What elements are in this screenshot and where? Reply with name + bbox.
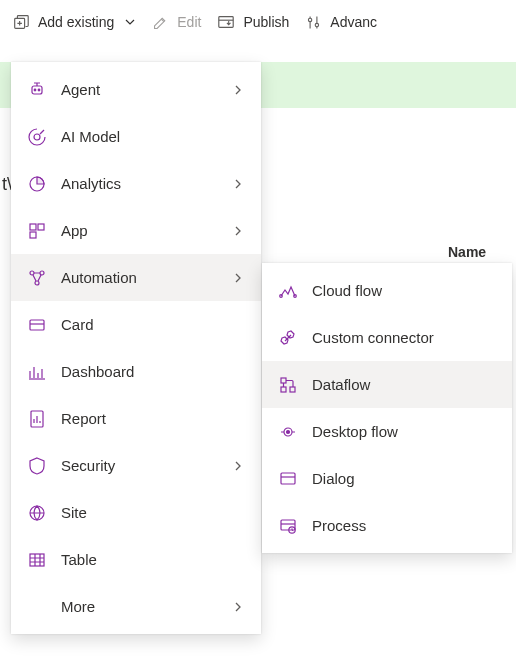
menu-item-table[interactable]: Table xyxy=(11,536,261,583)
submenu-item-cloud-flow[interactable]: Cloud flow xyxy=(262,267,512,314)
add-existing-menu: Agent AI Model Analytics App xyxy=(11,62,261,634)
chevron-right-icon xyxy=(233,461,247,471)
menu-item-label: More xyxy=(61,598,219,615)
menu-item-agent[interactable]: Agent xyxy=(11,66,261,113)
edit-label: Edit xyxy=(177,14,201,30)
dataflow-icon xyxy=(278,375,298,395)
menu-item-label: Agent xyxy=(61,81,219,98)
menu-item-card[interactable]: Card xyxy=(11,301,261,348)
add-existing-label: Add existing xyxy=(38,14,114,30)
submenu-item-label: Dialog xyxy=(312,470,498,487)
dashboard-icon xyxy=(27,362,47,382)
menu-item-label: Card xyxy=(61,316,247,333)
menu-item-label: Report xyxy=(61,410,247,427)
chevron-down-icon xyxy=(124,16,136,28)
menu-item-report[interactable]: Report xyxy=(11,395,261,442)
table-icon xyxy=(27,550,47,570)
svg-rect-23 xyxy=(281,387,286,392)
submenu-item-label: Cloud flow xyxy=(312,282,498,299)
desktop-flow-icon xyxy=(278,422,298,442)
sliders-icon xyxy=(305,14,322,31)
svg-rect-4 xyxy=(32,86,42,94)
submenu-item-dataflow[interactable]: Dataflow xyxy=(262,361,512,408)
svg-point-13 xyxy=(40,271,44,275)
chevron-right-icon xyxy=(233,179,247,189)
analytics-icon xyxy=(27,174,47,194)
add-existing-icon xyxy=(12,13,30,31)
add-existing-button[interactable]: Add existing xyxy=(12,0,136,44)
process-icon xyxy=(278,516,298,536)
svg-rect-26 xyxy=(281,473,295,484)
menu-item-label: Dashboard xyxy=(61,363,247,380)
submenu-item-desktop-flow[interactable]: Desktop flow xyxy=(262,408,512,455)
submenu-item-dialog[interactable]: Dialog xyxy=(262,455,512,502)
menu-item-analytics[interactable]: Analytics xyxy=(11,160,261,207)
svg-rect-10 xyxy=(38,224,44,230)
svg-rect-22 xyxy=(290,387,295,392)
submenu-item-label: Custom connector xyxy=(312,329,498,346)
svg-point-2 xyxy=(309,18,312,21)
svg-point-3 xyxy=(316,23,319,26)
dialog-icon xyxy=(278,469,298,489)
menu-item-label: Table xyxy=(61,551,247,568)
menu-item-app[interactable]: App xyxy=(11,207,261,254)
menu-item-label: AI Model xyxy=(61,128,247,145)
ai-model-icon xyxy=(27,127,47,147)
submenu-item-label: Desktop flow xyxy=(312,423,498,440)
menu-item-dashboard[interactable]: Dashboard xyxy=(11,348,261,395)
submenu-item-custom-connector[interactable]: Custom connector xyxy=(262,314,512,361)
menu-item-label: Site xyxy=(61,504,247,521)
cloud-flow-icon xyxy=(278,281,298,301)
edit-button[interactable]: Edit xyxy=(152,0,201,44)
svg-rect-21 xyxy=(281,378,286,383)
site-icon xyxy=(27,503,47,523)
menu-item-label: Automation xyxy=(61,269,219,286)
pencil-icon xyxy=(152,14,169,31)
agent-icon xyxy=(27,80,47,100)
command-bar: Add existing Edit Publish Advanc xyxy=(0,0,516,44)
automation-icon xyxy=(27,268,47,288)
menu-item-automation[interactable]: Automation xyxy=(11,254,261,301)
chevron-right-icon xyxy=(233,85,247,95)
svg-point-6 xyxy=(38,89,40,91)
publish-icon xyxy=(217,13,235,31)
svg-rect-27 xyxy=(281,520,295,530)
app-icon xyxy=(27,221,47,241)
svg-rect-15 xyxy=(30,320,44,330)
publish-label: Publish xyxy=(243,14,289,30)
publish-button[interactable]: Publish xyxy=(217,0,289,44)
menu-item-label: Security xyxy=(61,457,219,474)
advanced-button[interactable]: Advanc xyxy=(305,0,377,44)
chevron-right-icon xyxy=(233,226,247,236)
svg-point-7 xyxy=(34,134,40,140)
menu-item-more[interactable]: More xyxy=(11,583,261,630)
connector-icon xyxy=(278,328,298,348)
shield-icon xyxy=(27,456,47,476)
svg-point-5 xyxy=(34,89,36,91)
svg-rect-1 xyxy=(219,17,233,28)
menu-item-security[interactable]: Security xyxy=(11,442,261,489)
card-icon xyxy=(27,315,47,335)
menu-item-label: App xyxy=(61,222,219,239)
svg-point-14 xyxy=(35,281,39,285)
svg-rect-11 xyxy=(30,232,36,238)
svg-rect-18 xyxy=(30,554,44,566)
report-icon xyxy=(27,409,47,429)
submenu-item-label: Process xyxy=(312,517,498,534)
svg-point-25 xyxy=(287,430,290,433)
menu-item-label: Analytics xyxy=(61,175,219,192)
svg-point-12 xyxy=(30,271,34,275)
submenu-item-label: Dataflow xyxy=(312,376,498,393)
svg-rect-9 xyxy=(30,224,36,230)
menu-item-site[interactable]: Site xyxy=(11,489,261,536)
chevron-right-icon xyxy=(233,602,247,612)
column-header-name[interactable]: Name xyxy=(448,244,486,260)
submenu-item-process[interactable]: Process xyxy=(262,502,512,549)
chevron-right-icon xyxy=(233,273,247,283)
menu-item-ai-model[interactable]: AI Model xyxy=(11,113,261,160)
automation-submenu: Cloud flow Custom connector Dataflow Des… xyxy=(262,263,512,553)
advanced-label: Advanc xyxy=(330,14,377,30)
